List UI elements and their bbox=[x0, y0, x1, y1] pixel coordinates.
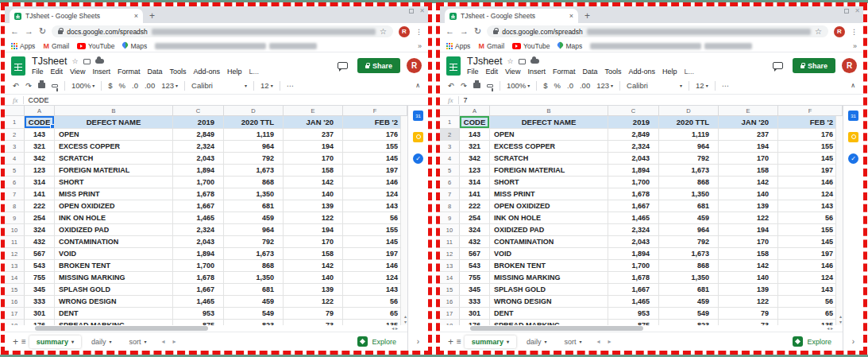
cell[interactable]: 681 bbox=[224, 200, 284, 211]
cell[interactable]: 681 bbox=[659, 284, 719, 295]
cell[interactable]: 1,678 bbox=[173, 272, 224, 283]
row-number[interactable]: 9 bbox=[5, 212, 25, 223]
cell[interactable]: 124 bbox=[778, 272, 843, 283]
cell[interactable]: 321 bbox=[25, 141, 55, 152]
cell[interactable]: 459 bbox=[659, 296, 719, 307]
cell[interactable]: 146 bbox=[343, 177, 407, 188]
cell[interactable]: 155 bbox=[343, 141, 407, 152]
cell[interactable]: 145 bbox=[343, 236, 407, 247]
browser-tab[interactable]: TJsheet - Google Sheets × bbox=[445, 9, 578, 23]
cell-b1-defect-name[interactable]: DEFECT NAME bbox=[55, 116, 173, 128]
cell[interactable]: 79 bbox=[719, 308, 778, 319]
window-restore-icon[interactable] bbox=[409, 9, 414, 14]
decrease-decimal-button[interactable]: .0 bbox=[567, 81, 573, 90]
decrease-decimal-button[interactable]: .0 bbox=[132, 81, 138, 90]
cell[interactable]: 1,119 bbox=[659, 129, 719, 140]
cell[interactable]: OPEN bbox=[490, 129, 608, 140]
horizontal-scroll-thumb[interactable] bbox=[470, 326, 643, 331]
collapse-toolbar-icon[interactable]: ∧ bbox=[415, 82, 420, 89]
cell[interactable]: 1,465 bbox=[608, 212, 659, 223]
tab-close-icon[interactable]: × bbox=[134, 13, 138, 20]
new-tab-button[interactable]: + bbox=[149, 10, 155, 21]
cell[interactable]: 953 bbox=[608, 308, 659, 319]
cell[interactable]: 139 bbox=[284, 200, 343, 211]
star-document-icon[interactable]: ☆ bbox=[507, 57, 513, 65]
cell[interactable]: 56 bbox=[778, 212, 843, 223]
cell[interactable]: SCRATCH bbox=[55, 153, 173, 164]
tasks-icon[interactable]: ✓ bbox=[413, 153, 423, 164]
cell[interactable]: 321 bbox=[460, 141, 490, 152]
cell[interactable]: 953 bbox=[173, 308, 224, 319]
cell[interactable]: 155 bbox=[778, 224, 843, 235]
cell[interactable]: 155 bbox=[343, 224, 407, 235]
menu-view[interactable]: View bbox=[505, 68, 520, 76]
cell[interactable]: 1,350 bbox=[224, 272, 284, 283]
redo-icon[interactable]: ↷ bbox=[461, 81, 467, 90]
row-number[interactable]: 6 bbox=[440, 177, 460, 188]
bookmark-star-icon[interactable]: ☆ bbox=[380, 27, 387, 36]
cell[interactable]: 122 bbox=[719, 296, 778, 307]
cell[interactable]: 1,673 bbox=[224, 248, 284, 259]
add-sheet-button[interactable]: + bbox=[448, 336, 453, 347]
format-percent-button[interactable]: % bbox=[119, 81, 125, 90]
cell[interactable]: 2,043 bbox=[608, 153, 659, 164]
format-percent-button[interactable]: % bbox=[554, 81, 561, 90]
cell[interactable]: 1,894 bbox=[608, 248, 659, 259]
cell-f1-feb20[interactable]: FEB '2 bbox=[778, 116, 843, 128]
row-number[interactable]: 13 bbox=[440, 260, 460, 271]
cell-e1-jan20[interactable]: JAN '20 bbox=[719, 116, 778, 128]
cell[interactable]: 197 bbox=[343, 248, 407, 259]
undo-icon[interactable]: ↶ bbox=[13, 81, 19, 90]
bookmark-maps[interactable]: Maps bbox=[122, 42, 147, 50]
increase-decimal-button[interactable]: .00 bbox=[145, 81, 155, 90]
cell[interactable]: 1,700 bbox=[608, 177, 659, 188]
cell[interactable]: 792 bbox=[659, 236, 719, 247]
cell[interactable]: WRONG DESIGN bbox=[55, 296, 173, 307]
menu-addons[interactable]: Add-ons bbox=[193, 68, 220, 76]
cell[interactable]: SCRATCH bbox=[490, 153, 608, 164]
menu-help[interactable]: Help bbox=[662, 68, 677, 76]
cell[interactable]: 1,465 bbox=[173, 212, 224, 223]
bookmark-youtube[interactable]: YouTube bbox=[512, 42, 550, 50]
cell[interactable]: 868 bbox=[224, 177, 284, 188]
star-document-icon[interactable]: ☆ bbox=[71, 57, 78, 65]
bookmark-star-icon[interactable]: ☆ bbox=[815, 27, 822, 36]
row-number[interactable]: 18 bbox=[440, 320, 460, 325]
menu-insert[interactable]: Insert bbox=[92, 68, 110, 76]
cell-a1-code[interactable]: CODE bbox=[25, 116, 55, 128]
cell[interactable]: 875 bbox=[173, 320, 224, 325]
cell[interactable]: 139 bbox=[719, 284, 778, 295]
column-header-f[interactable]: F bbox=[343, 106, 407, 115]
browser-profile-avatar[interactable]: R bbox=[399, 26, 410, 37]
bookmarks-overflow-icon[interactable]: » bbox=[418, 42, 422, 50]
cell[interactable]: 2,043 bbox=[173, 236, 224, 247]
cell[interactable]: FOREIGN MATERIAL bbox=[55, 165, 173, 176]
cell[interactable]: 755 bbox=[460, 272, 490, 283]
cell[interactable]: 459 bbox=[659, 212, 719, 223]
menu-tools[interactable]: Tools bbox=[604, 68, 621, 76]
row-number[interactable]: 11 bbox=[5, 236, 25, 247]
paint-format-icon[interactable] bbox=[52, 84, 58, 87]
more-toolbar-icon[interactable]: ⋯ bbox=[287, 81, 295, 90]
cell[interactable]: 141 bbox=[460, 188, 490, 200]
cell[interactable]: 142 bbox=[719, 177, 778, 188]
cell[interactable]: 170 bbox=[284, 236, 343, 247]
cell[interactable]: 567 bbox=[460, 248, 490, 259]
cell[interactable]: SHORT bbox=[55, 177, 173, 188]
format-currency-button[interactable]: $ bbox=[108, 81, 112, 90]
paint-format-icon[interactable] bbox=[487, 84, 493, 87]
cell[interactable]: 964 bbox=[659, 141, 719, 152]
cell[interactable]: CONTAMINATION bbox=[55, 236, 173, 247]
increase-decimal-button[interactable]: .00 bbox=[580, 81, 590, 90]
column-header-a[interactable]: A bbox=[460, 106, 490, 115]
keep-icon[interactable] bbox=[848, 132, 858, 142]
forward-icon[interactable]: → bbox=[460, 27, 469, 36]
cell[interactable]: 432 bbox=[25, 236, 55, 247]
cell[interactable]: SPREAD MARKING bbox=[55, 320, 173, 325]
cell[interactable]: 140 bbox=[284, 272, 343, 283]
menu-tools[interactable]: Tools bbox=[169, 68, 186, 76]
cell[interactable]: 2,324 bbox=[173, 224, 224, 235]
cell[interactable]: 155 bbox=[778, 141, 843, 152]
forward-icon[interactable]: → bbox=[25, 27, 33, 36]
row-number[interactable]: 1 bbox=[5, 116, 25, 128]
